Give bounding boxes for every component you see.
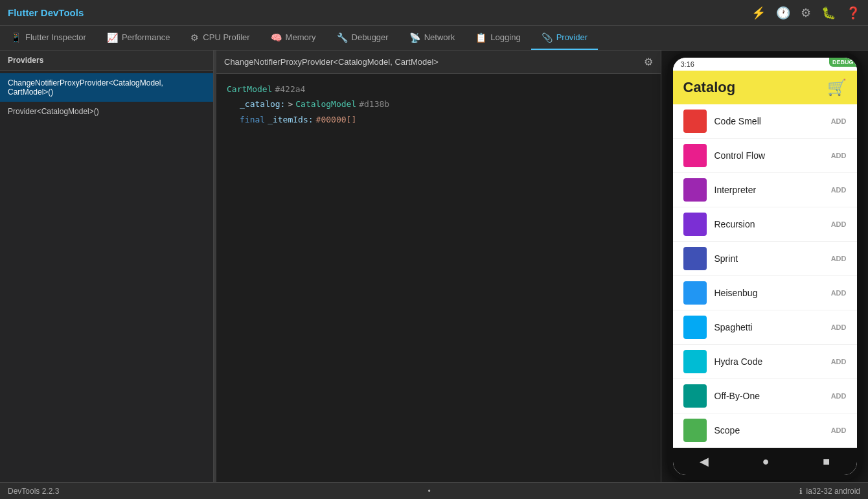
phone-color-swatch	[683, 178, 707, 202]
phone-item-name: Heisenbug	[714, 288, 831, 298]
phone-item-name: Interpreter	[714, 185, 831, 195]
detail-header: ChangeNotifierProxyProvider<CatalogModel…	[216, 51, 661, 74]
tab-network-label: Network	[424, 32, 455, 42]
phone-color-swatch	[683, 144, 707, 167]
help-icon[interactable]: ❓	[846, 6, 860, 20]
app-title: Flutter DevTools	[8, 7, 84, 18]
phone-color-swatch	[683, 384, 707, 408]
phone-add-button[interactable]: ADD	[831, 392, 847, 400]
tab-logging-label: Logging	[490, 32, 520, 42]
cpu-profiler-icon: ⚙	[190, 32, 199, 43]
phone-add-button[interactable]: ADD	[831, 358, 847, 366]
tab-debugger[interactable]: 🔧 Debugger	[326, 26, 399, 50]
code-final: final	[240, 112, 265, 127]
phone-back-btn[interactable]: ◀	[700, 454, 709, 469]
detail-settings-icon[interactable]: ⚙	[644, 56, 653, 68]
phone-color-swatch	[683, 247, 707, 270]
phone-add-button[interactable]: ADD	[831, 220, 847, 228]
topbar-actions: ⚡ 🕐 ⚙ 🐛 ❓	[751, 6, 860, 20]
info-icon[interactable]: ℹ	[799, 487, 803, 496]
phone-app-title: Catalog	[683, 79, 736, 96]
tab-logging[interactable]: 📋 Logging	[465, 26, 531, 50]
history-icon[interactable]: 🕐	[776, 6, 790, 20]
tab-network[interactable]: 📡 Network	[399, 26, 466, 50]
detail-body: CartModel #422a4 _catalog: > CatalogMode…	[216, 74, 661, 482]
provider-item-0[interactable]: ChangeNotifierProxyProvider<CatalogModel…	[0, 73, 213, 102]
detail-title: ChangeNotifierProxyProvider<CatalogModel…	[224, 57, 439, 67]
phone-item-name: Spaghetti	[714, 322, 831, 332]
code-hash-2: #d138b	[359, 97, 389, 111]
phone-color-swatch	[683, 350, 707, 373]
phone-screen: DEBUG 3:16 ⚙ ● Catalog 🛒 Code SmellADDCo…	[673, 58, 857, 475]
settings-icon[interactable]: ⚙	[801, 6, 811, 20]
tab-debugger-label: Debugger	[352, 32, 389, 42]
phone-list: Code SmellADDControl FlowADDInterpreterA…	[673, 104, 857, 448]
tab-provider-label: Provider	[556, 32, 588, 42]
phone-recent-btn[interactable]: ■	[823, 455, 830, 469]
phone-app-bar: Catalog 🛒	[673, 71, 857, 104]
phone-color-swatch	[683, 110, 707, 133]
code-line-1: CartModel #422a4	[227, 82, 650, 97]
phone-color-swatch	[683, 316, 707, 339]
flutter-inspector-icon: 📱	[10, 32, 21, 43]
phone-list-item: Control FlowADD	[673, 139, 857, 173]
code-catalog-key: _catalog:	[240, 97, 285, 111]
phone-item-name: Off-By-One	[714, 391, 831, 401]
code-hash-1: #422a4	[275, 82, 305, 97]
phone-item-name: Control Flow	[714, 150, 831, 161]
phone-add-button[interactable]: ADD	[831, 186, 847, 194]
phone-add-button[interactable]: ADD	[831, 117, 847, 125]
tab-memory[interactable]: 🧠 Memory	[260, 26, 326, 50]
phone-cart-icon[interactable]: 🛒	[827, 78, 847, 97]
devtools-version: DevTools 2.2.3	[8, 487, 59, 496]
tab-flutter-inspector[interactable]: 📱 Flutter Inspector	[0, 26, 97, 50]
tab-flutter-inspector-label: Flutter Inspector	[25, 32, 86, 42]
code-arrow: >	[288, 97, 293, 111]
phone-add-button[interactable]: ADD	[831, 426, 847, 434]
providers-header: Providers	[0, 51, 213, 71]
code-line-3: final _itemIds: #00000[]	[227, 112, 650, 127]
debugger-icon: 🔧	[337, 32, 348, 43]
provider-item-1-label: Provider<CatalogModel>()	[8, 107, 99, 116]
phone-list-item: RecursionADD	[673, 207, 857, 242]
phone-item-name: Scope	[714, 425, 831, 435]
phone-time: 3:16	[681, 60, 694, 68]
phone-list-item: Code SmellADD	[673, 104, 857, 139]
phone-color-swatch	[683, 281, 707, 305]
device-label: ia32-32 android	[806, 487, 860, 496]
phone-add-button[interactable]: ADD	[831, 255, 847, 262]
tab-cpu-profiler-label: CPU Profiler	[203, 32, 249, 42]
phone-item-name: Recursion	[714, 219, 831, 229]
logging-icon: 📋	[475, 32, 486, 43]
tab-cpu-profiler[interactable]: ⚙ CPU Profiler	[180, 26, 260, 50]
phone-container: DEBUG 3:16 ⚙ ● Catalog 🛒 Code SmellADDCo…	[661, 51, 868, 482]
bug-icon[interactable]: 🐛	[821, 6, 836, 20]
performance-icon: 📈	[107, 32, 118, 43]
phone-list-item: SprintADD	[673, 242, 857, 276]
providers-panel: Providers ChangeNotifierProxyProvider<Ca…	[0, 51, 214, 482]
code-catalog-model[interactable]: CatalogModel	[295, 97, 356, 111]
code-item-ids-value: #00000[]	[316, 112, 357, 127]
tab-provider[interactable]: 📎 Provider	[531, 26, 598, 50]
phone-color-swatch	[683, 419, 707, 442]
provider-icon: 📎	[542, 32, 553, 43]
code-cart-model[interactable]: CartModel	[227, 82, 272, 97]
providers-list: ChangeNotifierProxyProvider<CatalogModel…	[0, 71, 213, 124]
phone-home-btn[interactable]: ●	[762, 455, 770, 469]
phone-add-button[interactable]: ADD	[831, 289, 847, 297]
network-icon: 📡	[409, 32, 420, 43]
statusbar: DevTools 2.2.3 • ℹ ia32-32 android	[0, 482, 868, 499]
lightning-icon[interactable]: ⚡	[751, 6, 766, 20]
main-content: Providers ChangeNotifierProxyProvider<Ca…	[0, 51, 868, 482]
phone-list-item: InterpreterADD	[673, 173, 857, 207]
phone-add-button[interactable]: ADD	[831, 323, 847, 331]
phone-add-button[interactable]: ADD	[831, 152, 847, 159]
provider-item-1[interactable]: Provider<CatalogModel>()	[0, 102, 213, 121]
phone-list-item: Hydra CodeADD	[673, 345, 857, 379]
statusbar-right: ℹ ia32-32 android	[799, 487, 860, 496]
provider-item-0-label: ChangeNotifierProxyProvider<CatalogModel…	[8, 78, 163, 97]
phone-nav-bar: ◀ ● ■	[673, 448, 857, 475]
memory-icon: 🧠	[271, 32, 282, 43]
tab-performance[interactable]: 📈 Performance	[97, 26, 180, 50]
statusbar-dot: •	[428, 487, 430, 496]
